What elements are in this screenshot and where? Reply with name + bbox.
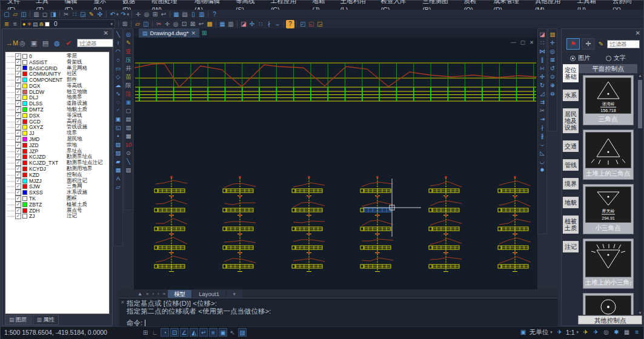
point-icon[interactable]: • [115,132,122,140]
layer-row[interactable]: ✓BASICGRID单元网格 [7,65,109,71]
category-tab-植被土质[interactable]: 植被土质 [563,216,579,234]
layer-web-icon[interactable]: ◍ [52,38,62,48]
plot-icon[interactable]: ▥ [32,10,41,19]
clean-screen-icon[interactable]: ▦ [623,328,631,337]
cross-section-symbol[interactable] [223,176,256,196]
pan-view-icon[interactable]: ✛ [549,39,557,47]
model-space[interactable] [134,38,537,289]
cross-section-symbol[interactable] [154,196,187,216]
layer-color-swatch[interactable] [22,119,27,124]
eraser-icon[interactable]: ◪ [239,20,248,28]
layer-row[interactable]: ✓KCYDJ勘测用地界 [7,166,109,172]
layer-color-swatch[interactable] [22,125,27,130]
layer-color-swatch[interactable] [22,107,27,112]
new-icon[interactable]: ▢ [2,10,11,19]
cass-block2-icon[interactable]: ▢ [125,107,133,114]
cass-slash-icon[interactable]: ╲ [125,157,133,165]
extend-icon[interactable]: ⇥ [539,115,546,123]
image-manage-icon[interactable]: ◲ [316,20,324,28]
layer-visible-checkbox[interactable]: ✓ [15,107,21,113]
grid-toggle[interactable]: ⊞ [141,328,150,337]
move-modify-icon[interactable]: ✢ [539,73,546,81]
import-layers-icon[interactable]: →M [6,38,16,48]
layer-row[interactable]: ✓DLSS道路设施 [7,100,109,107]
layout-tab-模型[interactable]: 模型 [168,290,191,298]
annotation-scale-icon[interactable]: ✈ [556,328,563,337]
tab-drawing4[interactable]: ▤ Drawing4.dwg* ✕ [139,28,199,38]
drawing-canvas[interactable]: — ▢ ✕ [134,38,537,289]
cass-search-icon[interactable]: ◎ [125,30,133,38]
layer-visible-checkbox[interactable]: ✓ [15,65,21,71]
cross-section-symbol[interactable] [154,233,187,253]
layout-nav-icon[interactable]: « [145,291,150,297]
layer-color-swatch[interactable] [22,202,27,207]
break-line-icon[interactable]: ∤ [265,20,273,28]
layer-row[interactable]: ✓GXYZ管线设施 [7,125,109,131]
help-icon[interactable]: ? [210,10,219,19]
line-icon[interactable]: ╲ [115,30,122,38]
open-drawing-icon[interactable]: ▱ [133,20,142,28]
layer-row[interactable]: ✓0零层 [7,53,109,59]
apply-check-icon[interactable]: ✔ [64,38,73,48]
cross-section-symbol[interactable] [292,196,325,216]
layer-color-swatch[interactable] [22,160,27,165]
lineweight-toggle[interactable]: ≡ [209,328,217,337]
polar-toggle[interactable]: ◔ [161,328,169,337]
zoom-previous-icon[interactable]: ↩ [159,10,168,19]
layer-color-swatch[interactable] [22,149,27,154]
join-icon[interactable]: ⌣ [539,140,546,148]
cass-pan-icon[interactable]: ✛ [163,20,171,28]
cass-seedling-icon[interactable]: 苗 [125,73,133,81]
layer-color-swatch[interactable] [22,65,27,70]
cross-section-symbol[interactable] [429,176,462,196]
cross-section-symbol[interactable] [223,214,256,234]
layer-color-swatch[interactable] [22,190,27,195]
layer-color-swatch[interactable] [22,77,27,82]
layer-image-icon[interactable]: ▣ [29,38,39,48]
copy-icon[interactable]: ∷ [70,10,79,19]
layer-row[interactable]: ✓SJW三角网 [7,184,109,190]
stretch-icon[interactable]: ⇉ [539,98,546,106]
cross-section-symbol[interactable] [498,252,531,272]
layer-visible-checkbox[interactable]: ✓ [15,100,21,107]
layer-properties-icon[interactable]: ≣ [2,20,11,28]
layer-color-swatch[interactable] [22,95,27,100]
layer-color-swatch[interactable] [22,90,27,94]
move-icon[interactable]: ✢ [248,20,256,28]
viewport-minimize-icon[interactable]: — [511,39,516,45]
layer-row[interactable]: ✓DMTZ地貌土质 [7,107,109,113]
cross-section-symbol[interactable] [498,233,531,253]
layer-row[interactable]: ✓KZD控制点 [7,172,109,178]
layer-visible-checkbox[interactable]: ✓ [15,148,21,154]
zoom-rt-icon[interactable]: ◎ [549,47,557,55]
ellipse-arc-icon[interactable]: ◜ [115,107,122,114]
cross-section-symbol[interactable] [360,196,393,216]
tab-close-icon[interactable]: ✕ [191,30,196,36]
command-line-panel[interactable]: ✕ 指定基点或 [位移(D)] <位移>:指定第二点的位移或者 <使用第一点当做… [119,298,558,326]
category-tab-水系[interactable]: 水系 [563,90,579,101]
layer-visible-checkbox[interactable]: ✓ [15,136,21,142]
layer-preview-icon[interactable]: ◎ [18,38,27,48]
layer-panel-close-icon[interactable]: ✕ [104,30,108,36]
cross-section-symbol[interactable] [292,252,325,272]
category-tab-定位基础[interactable]: 定位基础 [563,64,579,82]
symbol-card[interactable]: I1684.46 [583,293,634,315]
save-icon[interactable]: ◫ [19,10,28,19]
layer-row[interactable]: ✓ASSIST骨架线 [7,59,109,65]
cass-well-icon[interactable]: 井 [125,64,133,72]
layer-color-swatch[interactable] [22,179,27,183]
table3-icon[interactable]: ▥ [227,20,235,28]
point-symbol-icon[interactable]: ⚑ [566,38,580,50]
category-tab-交通[interactable]: 交通 [563,140,579,152]
cross-section-symbol[interactable] [223,233,256,253]
layer-row[interactable]: ✓JMD居民地 [7,136,109,142]
layer-visible-checkbox[interactable]: ✓ [15,77,21,83]
offset-icon[interactable]: ∥ [539,56,546,64]
cross-section-symbol[interactable] [154,252,187,272]
cross-section-symbol[interactable] [154,176,187,196]
polygon-icon[interactable]: ◇ [115,73,122,81]
panel-tab-属性[interactable]: ▥属性 [33,315,59,325]
pan-icon[interactable]: ✛ [134,10,142,19]
layer-row[interactable]: ✓DLDW独立地物 [7,89,109,95]
layer-visible-checkbox[interactable]: ✓ [15,94,21,100]
